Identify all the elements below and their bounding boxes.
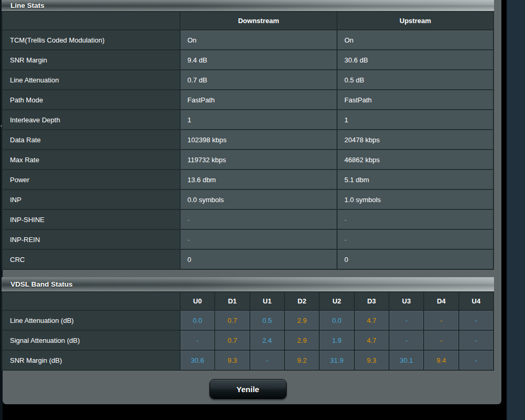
line-stats-header-row: Downstream Upstream xyxy=(3,12,493,29)
stat-value-down: 0 xyxy=(181,250,337,269)
band-value: - xyxy=(181,331,214,350)
stat-value-down: FastPath xyxy=(181,90,337,109)
band-value: 4.7 xyxy=(355,311,388,330)
band-row-label: Signal Attenuation (dB) xyxy=(3,331,180,350)
table-row: INP-REIN - - xyxy=(3,230,493,249)
table-row: Interleave Depth 1 1 xyxy=(3,110,493,129)
band-value: - xyxy=(424,311,458,330)
band-col-header: D1 xyxy=(215,292,249,310)
band-value: 31.9 xyxy=(320,351,353,370)
band-col-header: U4 xyxy=(459,292,493,310)
stat-value-down: 1 xyxy=(181,110,337,129)
band-value: 0.7 xyxy=(215,311,249,330)
band-value: 0.7 xyxy=(215,331,249,350)
stat-label: Data Rate xyxy=(3,130,180,149)
band-value: - xyxy=(424,331,458,350)
stat-value-up: 20478 kbps xyxy=(338,130,493,149)
vdsl-band-status-section: VDSL Band Status U0 D1 U1 D2 U2 D3 U3 D4… xyxy=(2,277,494,371)
stat-value-up: 46862 kbps xyxy=(338,150,493,169)
stat-value-up: On xyxy=(338,30,493,49)
table-row: CRC 0 0 xyxy=(3,250,493,269)
band-value: 1.9 xyxy=(320,331,353,350)
table-row: Max Rate 119732 kbps 46862 kbps xyxy=(3,150,493,169)
stat-value-up: 5.1 dbm xyxy=(338,170,493,189)
band-row-label: SNR Margin (dB) xyxy=(3,351,180,370)
table-row: INP 0.0 symbols 1.0 symbols xyxy=(3,190,493,209)
stat-value-down: 102398 kbps xyxy=(181,130,337,149)
stat-value-down: 0.0 symbols xyxy=(181,190,337,209)
stat-value-up: - xyxy=(338,230,493,249)
band-col-header: U0 xyxy=(181,292,214,310)
stat-label: Path Mode xyxy=(3,90,180,109)
stat-value-up: 0.5 dB xyxy=(338,70,493,89)
stat-label: INP xyxy=(3,190,180,209)
band-value: - xyxy=(459,351,493,370)
band-value: - xyxy=(390,311,423,330)
band-value: 9.3 xyxy=(215,351,249,370)
table-row: Data Rate 102398 kbps 20478 kbps xyxy=(3,130,493,149)
band-value: 2.4 xyxy=(250,331,284,350)
stat-label: TCM(Trellis Coded Modulation) xyxy=(3,30,180,49)
line-stats-section: Line Stats Downstream Upstream TCM(Trell… xyxy=(2,0,494,270)
stat-value-down: - xyxy=(181,210,337,229)
vdsl-band-status-title: VDSL Band Status xyxy=(2,277,494,291)
band-value: 4.7 xyxy=(355,331,388,350)
stat-label: Interleave Depth xyxy=(3,110,180,129)
band-col-header: D3 xyxy=(355,292,388,310)
stat-value-up: 0 xyxy=(338,250,493,269)
band-header-row: U0 D1 U1 D2 U2 D3 U3 D4 U4 xyxy=(3,292,493,310)
band-col-header: U3 xyxy=(390,292,423,310)
stat-value-down: 0.7 dB xyxy=(181,70,337,89)
stat-value-up: FastPath xyxy=(338,90,493,109)
band-col-header: U1 xyxy=(250,292,284,310)
stat-label: Power xyxy=(3,170,180,189)
table-row: Path Mode FastPath FastPath xyxy=(3,90,493,109)
band-col-header: D4 xyxy=(424,292,458,310)
table-row: Signal Attenuation (dB) - 0.7 2.4 2.9 1.… xyxy=(3,331,493,350)
band-value: - xyxy=(459,331,493,350)
table-row: Line Attenuation (dB) 0.0 0.7 0.5 2.9 0.… xyxy=(3,311,493,330)
band-value: - xyxy=(250,351,284,370)
band-value: 9.2 xyxy=(285,351,319,370)
table-row: Power 13.6 dbm 5.1 dbm xyxy=(3,170,493,189)
table-row: TCM(Trellis Coded Modulation) On On xyxy=(3,30,493,49)
stat-value-up: - xyxy=(338,210,493,229)
band-value: 2.9 xyxy=(285,311,319,330)
band-col-header: D2 xyxy=(285,292,319,310)
table-row: Line Attenuation 0.7 dB 0.5 dB xyxy=(3,70,493,89)
band-value: 30.1 xyxy=(390,351,423,370)
band-value: 2.9 xyxy=(285,331,319,350)
empty-header-cell xyxy=(3,12,180,29)
stat-label: SNR Margin xyxy=(3,50,180,69)
stat-value-up: 30.6 dB xyxy=(338,50,493,69)
band-value: 0.0 xyxy=(181,311,214,330)
stat-value-down: 119732 kbps xyxy=(181,150,337,169)
refresh-button[interactable]: Yenile xyxy=(209,379,287,399)
stat-value-down: 13.6 dbm xyxy=(181,170,337,189)
table-row: SNR Margin 9.4 dB 30.6 dB xyxy=(3,50,493,69)
band-row-label: Line Attenuation (dB) xyxy=(3,311,180,330)
stat-label: INP-REIN xyxy=(3,230,180,249)
stat-label: CRC xyxy=(3,250,180,269)
stat-value-down: On xyxy=(181,30,337,49)
table-row: SNR Margin (dB) 30.6 9.3 - 9.2 31.9 9.3 … xyxy=(3,351,493,370)
empty-header-cell xyxy=(3,292,180,310)
stat-label: Line Attenuation xyxy=(3,70,180,89)
vdsl-band-status-table: U0 D1 U1 D2 U2 D3 U3 D4 U4 Line Attenuat… xyxy=(2,291,494,371)
stat-label: Max Rate xyxy=(3,150,180,169)
stat-value-down: - xyxy=(181,230,337,249)
band-value: - xyxy=(459,311,493,330)
band-value: 30.6 xyxy=(181,351,214,370)
stat-value-down: 9.4 dB xyxy=(181,50,337,69)
band-value: 0.0 xyxy=(320,311,353,330)
line-stats-title: Line Stats xyxy=(2,0,494,11)
page-right-background xyxy=(507,0,525,420)
band-value: - xyxy=(390,331,423,350)
stat-label: INP-SHINE xyxy=(3,210,180,229)
band-value: 9.3 xyxy=(355,351,388,370)
stat-value-up: 1.0 symbols xyxy=(338,190,493,209)
stat-value-up: 1 xyxy=(338,110,493,129)
table-row: INP-SHINE - - xyxy=(3,210,493,229)
band-value: 0.5 xyxy=(250,311,284,330)
line-stats-table: Downstream Upstream TCM(Trellis Coded Mo… xyxy=(2,11,494,270)
